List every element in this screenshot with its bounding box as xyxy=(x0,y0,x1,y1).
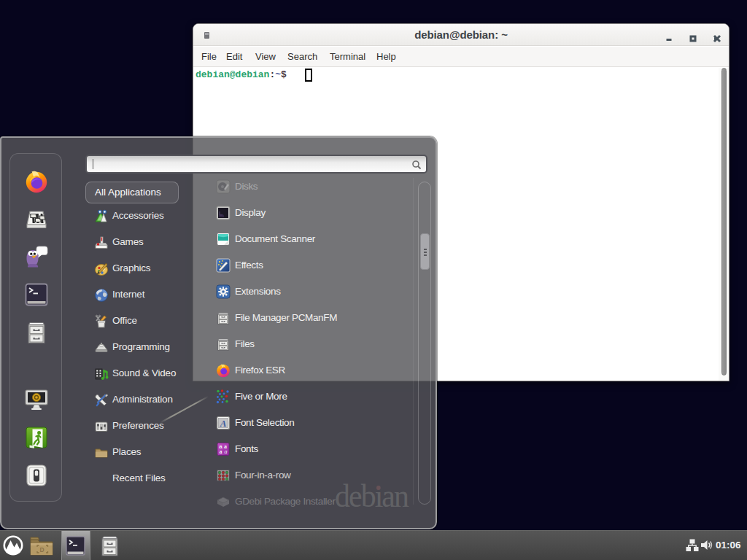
svg-text:D: D xyxy=(39,546,44,553)
svg-text:a: a xyxy=(225,448,228,455)
svg-text:A: A xyxy=(220,418,227,429)
svg-text:a: a xyxy=(220,448,222,455)
